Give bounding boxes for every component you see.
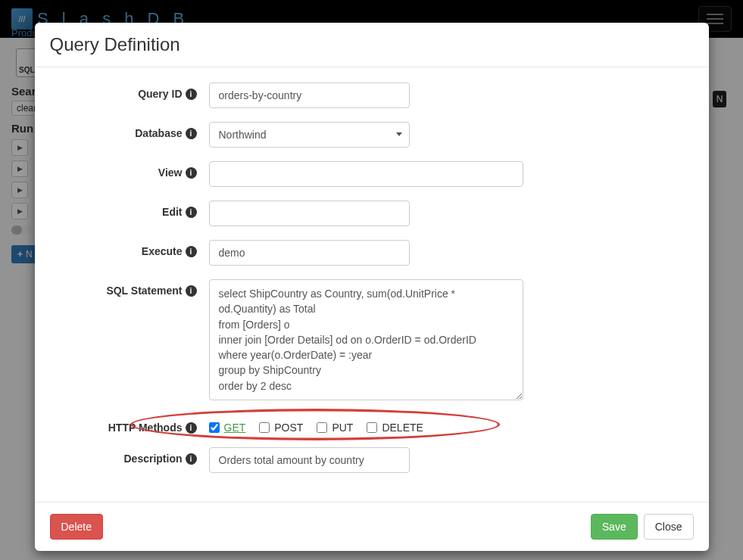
close-button[interactable]: Close [644,514,694,540]
sql-textarea[interactable] [209,279,523,400]
row-description: Description i [50,447,694,473]
description-input[interactable] [209,447,410,473]
edit-input[interactable] [209,201,410,226]
save-button[interactable]: Save [591,514,638,540]
info-icon[interactable]: i [186,128,197,139]
modal-title: Query Definition [50,34,694,55]
label-http-methods: HTTP Methods [108,422,183,434]
query-id-input[interactable] [209,82,410,108]
checkbox-delete[interactable] [367,422,377,433]
http-post-checkbox[interactable]: POST [259,422,303,434]
modal-header: Query Definition [35,23,709,67]
info-icon[interactable]: i [186,246,197,257]
http-put-checkbox[interactable]: PUT [317,422,353,434]
modal-body: Query ID i Database i Northwind View [35,67,709,502]
delete-button[interactable]: Delete [50,514,103,540]
row-http-methods: HTTP Methods i GET POST PUT DEL [50,416,694,434]
label-view: View [158,166,183,179]
info-icon[interactable]: i [186,453,197,465]
modal-footer: Delete Save Close [35,502,709,551]
http-put-label: PUT [332,422,353,434]
info-icon[interactable]: i [186,207,197,218]
label-sql: SQL Statement [106,285,182,297]
label-description: Description [123,453,182,465]
database-select[interactable]: Northwind [209,122,410,148]
view-input[interactable] [209,161,523,187]
http-get-label: GET [224,422,246,434]
row-query-id: Query ID i [50,82,694,108]
http-delete-checkbox[interactable]: DELETE [367,422,423,434]
info-icon[interactable]: i [186,167,197,179]
query-definition-modal: Query Definition Query ID i Database i N… [35,23,709,551]
row-view: View i [50,161,694,187]
row-execute: Execute i [50,240,694,266]
http-delete-label: DELETE [382,422,423,434]
http-get-checkbox[interactable]: GET [209,422,246,434]
label-database: Database [135,127,182,139]
checkbox-post[interactable] [259,422,270,433]
row-edit: Edit i [50,201,694,226]
info-icon[interactable]: i [186,422,197,434]
label-edit: Edit [162,206,182,218]
http-post-label: POST [274,422,303,434]
label-execute: Execute [142,245,183,257]
label-query-id: Query ID [138,88,182,100]
execute-input[interactable] [209,240,410,266]
row-database: Database i Northwind [50,122,694,148]
checkbox-put[interactable] [317,422,327,433]
info-icon[interactable]: i [186,285,197,297]
row-sql: SQL Statement i [50,279,694,403]
info-icon[interactable]: i [186,89,197,100]
checkbox-get[interactable] [209,422,220,433]
